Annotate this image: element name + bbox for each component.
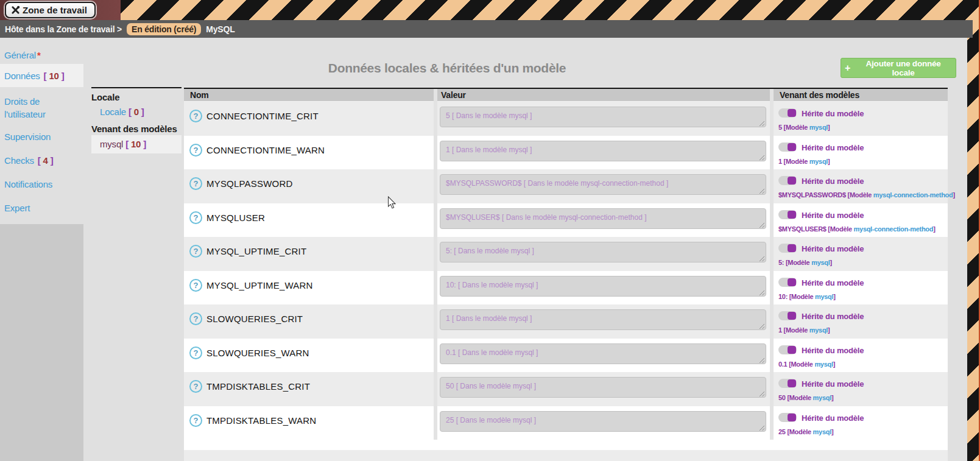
inherit-toggle[interactable] bbox=[778, 108, 797, 118]
toggle-knob bbox=[788, 413, 796, 421]
required-marker: * bbox=[37, 50, 41, 60]
help-icon[interactable]: ? bbox=[189, 211, 202, 224]
inherit-toggle[interactable] bbox=[778, 413, 797, 422]
origin-model-link[interactable]: mysql bbox=[815, 293, 833, 300]
inherit-label: Hérite du modèle bbox=[802, 312, 864, 321]
origin-value: 5: [Modèle bbox=[778, 259, 811, 266]
inherit-label: Hérite du modèle bbox=[802, 244, 864, 253]
count-bracket: ] bbox=[48, 155, 54, 166]
tools-icon bbox=[11, 5, 20, 15]
value-textarea[interactable] bbox=[440, 309, 766, 330]
origin-model-link[interactable]: mysql bbox=[813, 394, 831, 401]
inherit-toggle[interactable] bbox=[778, 210, 797, 219]
help-icon[interactable]: ? bbox=[189, 380, 202, 393]
inherit-toggle[interactable] bbox=[778, 176, 797, 185]
inherit-toggle[interactable] bbox=[778, 143, 797, 152]
table-row: ? TMPDISKTABLES_CRIT Hérite du modèle 50… bbox=[184, 372, 948, 406]
table-row: ? SLOWQUERIES_WARN Hérite du modèle 0.1 … bbox=[184, 339, 948, 373]
filter-item-label: mysql bbox=[100, 139, 123, 149]
resize-grip-icon[interactable] bbox=[759, 425, 765, 431]
origin-info: 10: [Modèle mysql] bbox=[778, 293, 836, 300]
value-textarea[interactable] bbox=[440, 343, 766, 364]
origin-info: 0.1 [Modèle mysql] bbox=[778, 361, 835, 368]
data-name-label: SLOWQUERIES_WARN bbox=[206, 348, 309, 358]
workspace-button[interactable]: Zone de travail bbox=[5, 2, 96, 18]
resize-grip-icon[interactable] bbox=[759, 188, 765, 194]
sidebar-item-g-n-ral[interactable]: Général* bbox=[4, 49, 80, 62]
data-name-label: CONNECTIONTIME_CRIT bbox=[206, 111, 319, 121]
workspace-button-label: Zone de travail bbox=[23, 5, 87, 15]
table-row: ? TMPDISKTABLES_WARN Hérite du modèle 25… bbox=[184, 406, 948, 440]
value-textarea[interactable] bbox=[440, 242, 766, 262]
origin-model-link[interactable]: mysql bbox=[809, 124, 828, 131]
data-table: Nom Valeur Venant des modèles ? CONNECTI… bbox=[184, 88, 948, 461]
inherit-label: Hérite du modèle bbox=[802, 109, 864, 118]
sidebar-item-expert[interactable]: Expert bbox=[4, 202, 80, 214]
breadcrumb-path: Hôte dans la Zone de travail > bbox=[5, 24, 122, 34]
item-count: 4 bbox=[43, 155, 48, 166]
inherit-toggle[interactable] bbox=[778, 379, 797, 388]
help-icon[interactable]: ? bbox=[189, 347, 202, 359]
origin-model-link[interactable]: mysql bbox=[809, 158, 828, 165]
models-section-header: Venant des modèles bbox=[91, 124, 177, 134]
help-icon[interactable]: ? bbox=[189, 144, 202, 157]
origin-info: 1 [Modèle mysql] bbox=[778, 158, 830, 165]
help-icon[interactable]: ? bbox=[189, 312, 202, 325]
resize-grip-icon[interactable] bbox=[759, 391, 765, 397]
help-icon[interactable]: ? bbox=[189, 110, 202, 122]
inherit-toggle[interactable] bbox=[778, 278, 797, 287]
origin-model-link[interactable]: mysql bbox=[811, 259, 830, 266]
filter-item-locale[interactable]: Locale [ 0 ] bbox=[91, 107, 182, 117]
value-textarea[interactable] bbox=[440, 141, 766, 161]
origin-value: $MYSQLPASSWORD$ [Modèle bbox=[778, 191, 873, 199]
table-row: ? CONNECTIONTIME_CRIT Hérite du modèle 5… bbox=[184, 102, 948, 136]
inherit-label: Hérite du modèle bbox=[802, 413, 864, 423]
value-textarea[interactable] bbox=[440, 174, 766, 195]
item-count: 0 bbox=[134, 107, 139, 117]
resize-grip-icon[interactable] bbox=[759, 323, 765, 329]
sidebar-item-supervision[interactable]: Supervision bbox=[4, 130, 80, 143]
value-textarea[interactable] bbox=[440, 411, 766, 432]
sidebar-item-notifications[interactable]: Notifications bbox=[4, 178, 80, 191]
value-textarea[interactable] bbox=[440, 377, 766, 398]
value-textarea[interactable] bbox=[440, 276, 766, 297]
inherit-toggle[interactable] bbox=[778, 345, 797, 354]
table-row: ? SLOWQUERIES_CRIT Hérite du modèle 1 [M… bbox=[184, 304, 948, 339]
inherit-label: Hérite du modèle bbox=[802, 278, 864, 287]
item-count: 10 bbox=[49, 71, 58, 81]
inherit-toggle[interactable] bbox=[778, 244, 797, 253]
resize-grip-icon[interactable] bbox=[759, 290, 765, 296]
toggle-knob bbox=[788, 109, 796, 117]
origin-info: 5 [Modèle mysql] bbox=[778, 124, 830, 131]
filter-item-mysql[interactable]: mysql [ 10 ] bbox=[91, 135, 182, 153]
sidebar-item-checks[interactable]: Checks [ 4 ] bbox=[4, 154, 80, 167]
origin-model-link[interactable]: mysql-connection-method bbox=[854, 225, 934, 233]
add-local-data-button[interactable]: + Ajouter une donnée locale bbox=[841, 58, 956, 78]
origin-model-link[interactable]: mysql bbox=[814, 361, 833, 368]
resize-grip-icon[interactable] bbox=[759, 256, 765, 262]
inherit-toggle[interactable] bbox=[778, 311, 797, 320]
resize-grip-icon[interactable] bbox=[759, 357, 765, 364]
origin-info: $MYSQLPASSWORD$ [Modèle mysql-connection… bbox=[778, 191, 955, 199]
origin-model-link[interactable]: mysql-connection-method bbox=[873, 191, 953, 199]
help-icon[interactable]: ? bbox=[189, 245, 202, 258]
value-textarea[interactable] bbox=[440, 208, 766, 229]
sidebar-item-donn-es[interactable]: Données [ 10 ] bbox=[4, 69, 80, 82]
local-section-header: Locale bbox=[91, 92, 119, 102]
sidebar-item-label: Notifications bbox=[4, 179, 52, 189]
help-icon[interactable]: ? bbox=[189, 177, 202, 190]
sidebar-item-label: Droits de l'utilisateur bbox=[4, 96, 46, 119]
value-textarea[interactable] bbox=[440, 107, 766, 127]
resize-grip-icon[interactable] bbox=[759, 155, 765, 161]
count-bracket: [ bbox=[125, 139, 131, 149]
origin-model-link[interactable]: mysql bbox=[813, 428, 831, 435]
resize-grip-icon[interactable] bbox=[759, 222, 765, 228]
resize-grip-icon[interactable] bbox=[759, 121, 765, 127]
origin-info: 25 [Modèle mysql] bbox=[778, 428, 833, 435]
origin-close-bracket: ] bbox=[828, 124, 830, 131]
help-icon[interactable]: ? bbox=[189, 414, 202, 427]
sidebar-item-droits-de-l-utilisateur[interactable]: Droits de l'utilisateur bbox=[4, 95, 80, 121]
help-icon[interactable]: ? bbox=[189, 279, 202, 292]
filter-panel-topline bbox=[91, 87, 182, 88]
origin-model-link[interactable]: mysql bbox=[809, 326, 828, 334]
